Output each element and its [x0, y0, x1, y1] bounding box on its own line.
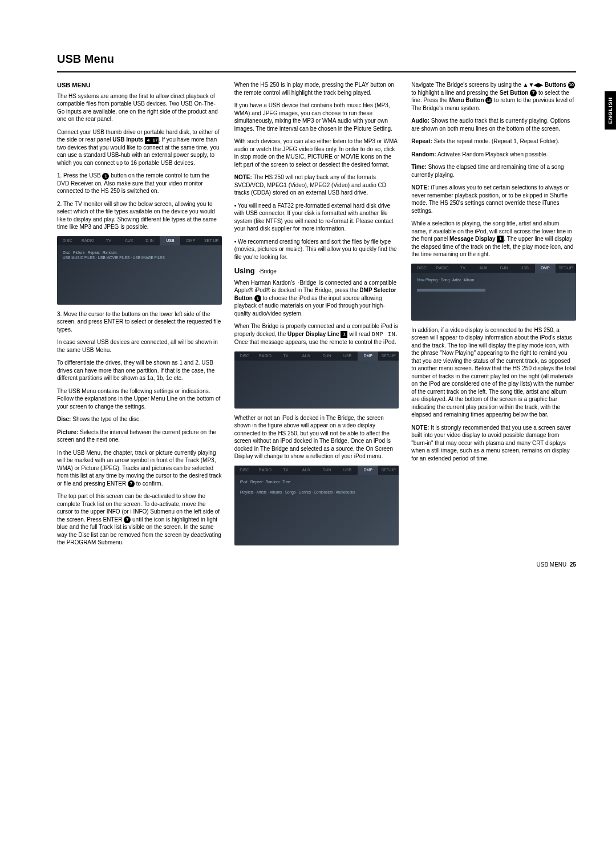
- several-paragraph: In case several USB devices are connecte…: [57, 338, 222, 354]
- now-playing-screenshot: DISCRADIOTVAUXD-INUSBDMPSET-UP Now Playi…: [411, 264, 576, 321]
- step-3: 3. Move the cursor to the buttons on the…: [57, 310, 222, 334]
- note-2: NOTE: iTunes allows you to set certain s…: [411, 184, 576, 215]
- several2-paragraph: To differentiate the drives, they will b…: [57, 359, 222, 382]
- footer-page-number: 25: [570, 561, 576, 568]
- usb-button-ref: 1: [102, 173, 109, 180]
- dmp-empty-screenshot: DISCRADIOTVAUXD-INUSBDMPSET-UP: [234, 351, 399, 409]
- whether-paragraph: Whether or not an iPod is docked in The …: [234, 414, 399, 460]
- dmp-menu-screenshot: DISCRADIOTVAUXD-INUSBDMPSET-UP iPod · Re…: [234, 466, 399, 545]
- mix-paragraph: If you have a USB device that contains b…: [234, 102, 399, 132]
- note-1: NOTE: The HS 250 will not play back any …: [234, 173, 399, 197]
- upper-display-ref: 1: [341, 331, 347, 338]
- footer-label: USB MENU: [537, 561, 567, 568]
- bridge-connected-paragraph: When Harman Kardon's ·Bridge is connecte…: [234, 279, 399, 318]
- navigate-paragraph: Navigate The Bridge's screens by using t…: [411, 81, 576, 112]
- msg-display-ref: 1: [497, 236, 504, 242]
- usb-menu-screenshot: DISCRADIOTVAUXD-INUSBDMPSET-UP Disc Pict…: [57, 236, 222, 305]
- message-display-paragraph: While a selection is playing, the song t…: [411, 220, 576, 258]
- bullet-fat32: • You will need a FAT32 pre-formatted ex…: [234, 202, 399, 233]
- title-rule: [57, 71, 576, 72]
- dmp-selector-ref: 1: [254, 295, 261, 302]
- picture-line: Picture: Selects the interval between th…: [57, 428, 222, 444]
- intro-paragraph: The HS systems are among the first to al…: [57, 92, 222, 123]
- settings-intro: The USB Menu contains the following sett…: [57, 387, 222, 411]
- enter-ref-7b: 7: [124, 516, 131, 523]
- nav-buttons-ref: 10: [568, 82, 575, 88]
- inputs-ref-4: 4: [145, 137, 152, 144]
- upper-display-paragraph: When The Bridge is properly connected an…: [234, 322, 399, 346]
- using-bridge-heading: Using ·Bridge: [234, 266, 399, 276]
- note-3: NOTE: It is strongly recommended that yo…: [411, 424, 576, 463]
- main-columns: USB MENU The HS systems are among the fi…: [57, 81, 576, 547]
- connect-paragraph: Connect your USB thumb drive or portable…: [57, 128, 222, 167]
- top-paragraph: The top part of this screen can be de-ac…: [57, 492, 222, 547]
- set-button-ref: 7: [530, 90, 537, 96]
- page-title: USB Menu: [57, 51, 576, 67]
- time-line: Time: Shows the elapsed time and remaini…: [411, 163, 576, 179]
- bridge-logo-inline: ·Bridge: [257, 268, 278, 274]
- inputs-ref-17: 17: [152, 137, 159, 144]
- menu-button-ref: 12: [485, 97, 492, 104]
- chapter-paragraph: In the USB Menu, the chapter, track or p…: [57, 449, 222, 488]
- step-2: 2. The TV monitor will show the below sc…: [57, 200, 222, 231]
- enter-ref-7a: 7: [128, 480, 135, 487]
- random-line: Random: Activates Random Playback when p…: [411, 151, 576, 159]
- inaddition-paragraph: In addition, if a video display is conne…: [411, 326, 576, 419]
- page-footer: USB MENU 25: [57, 561, 576, 569]
- such-paragraph: With such devices, you can also either l…: [234, 138, 399, 168]
- audio-line: Audio: Shows the audio track that is cur…: [411, 117, 576, 132]
- repeat-line: Repeat: Sets the repeat mode. (Repeat 1,…: [411, 138, 576, 145]
- disc-line: Disc: Shows the type of the disc.: [57, 415, 222, 423]
- language-tab: ENGLISH: [605, 91, 616, 130]
- bullet-folders: • We recommend creating folders and sort…: [234, 238, 399, 261]
- usb-menu-heading: USB MENU: [57, 81, 222, 90]
- playmode-paragraph: When the HS 250 is in play mode, pressin…: [234, 81, 399, 96]
- step-1: 1. Press the USB 1 button on the remote …: [57, 172, 222, 195]
